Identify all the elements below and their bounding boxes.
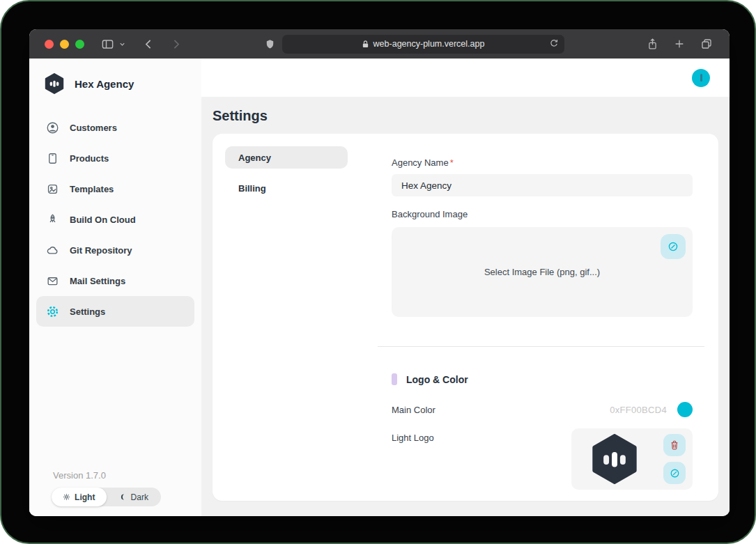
trash-icon xyxy=(669,440,680,451)
sidebar-item-products[interactable]: Products xyxy=(36,143,194,173)
sidebar-item-label: Products xyxy=(70,153,109,164)
sidebar-item-mail-settings[interactable]: Mail Settings xyxy=(36,265,194,296)
avatar-glyph xyxy=(700,74,702,81)
browser-titlebar: web-agency-plum.vercel.app xyxy=(29,29,730,59)
page-title: Settings xyxy=(213,108,718,124)
user-avatar[interactable] xyxy=(692,69,710,87)
zoom-window-button[interactable] xyxy=(75,40,84,49)
section-divider xyxy=(378,346,704,347)
light-logo-edit-button[interactable] xyxy=(663,462,686,484)
brand-name: Hex Agency xyxy=(75,78,134,90)
sidebar-item-build-on-cloud[interactable]: Build On Cloud xyxy=(36,204,194,235)
main-color-row: Main Color 0xFF00BCD4 xyxy=(392,402,693,417)
sun-icon xyxy=(63,493,70,501)
required-asterisk: * xyxy=(450,157,454,168)
device-icon xyxy=(46,152,59,165)
app-version: Version 1.7.0 xyxy=(53,470,201,481)
light-logo-image xyxy=(589,434,640,484)
logo-color-section-header: Logo & Color xyxy=(392,373,693,385)
sidebar-item-label: Settings xyxy=(70,306,105,317)
upload-hint: Select Image File (png, gif...) xyxy=(484,267,600,277)
chevron-down-icon[interactable] xyxy=(118,40,126,48)
cloud-icon xyxy=(46,244,59,257)
edit-icon xyxy=(667,240,679,253)
light-logo-delete-button[interactable] xyxy=(663,434,686,456)
share-icon[interactable] xyxy=(647,38,658,51)
main-color-label: Main Color xyxy=(392,405,435,415)
privacy-shield-icon[interactable] xyxy=(265,38,275,50)
theme-light-label: Light xyxy=(75,492,95,502)
person-icon xyxy=(46,121,59,134)
lock-icon xyxy=(362,40,369,49)
sidebar-item-label: Git Repository xyxy=(70,245,132,256)
moon-icon xyxy=(119,493,127,501)
sidebar-toggle-icon[interactable] xyxy=(101,38,114,51)
sidebar-item-label: Customers xyxy=(70,123,117,133)
sidebar-item-git-repository[interactable]: Git Repository xyxy=(36,235,194,265)
light-logo-row: Light Logo xyxy=(392,428,693,490)
main-color-value: 0xFF00BCD4 xyxy=(610,405,667,415)
agency-form: Agency Name* Background Image Select Ima… xyxy=(392,146,693,488)
address-bar[interactable]: web-agency-plum.vercel.app xyxy=(282,35,564,54)
edit-icon xyxy=(669,467,681,479)
app-header xyxy=(201,59,730,97)
background-image-edit-button[interactable] xyxy=(661,234,686,259)
brand: Hex Agency xyxy=(29,59,201,94)
reload-icon[interactable] xyxy=(549,38,559,48)
app-sidebar: Hex Agency Customers Products xyxy=(29,59,201,516)
background-image-label: Background Image xyxy=(392,209,693,219)
sidebar-nav: Customers Products Templates xyxy=(36,112,194,327)
tab-billing[interactable]: Billing xyxy=(225,177,348,199)
settings-card: Agency Billing Agency Name* Background I… xyxy=(213,134,718,501)
sidebar-item-label: Mail Settings xyxy=(70,276,125,286)
device-frame: web-agency-plum.vercel.app xyxy=(0,0,756,544)
main-color-swatch[interactable] xyxy=(677,402,693,417)
minimize-window-button[interactable] xyxy=(60,40,69,49)
back-button-icon[interactable] xyxy=(143,38,155,50)
image-icon xyxy=(46,182,59,196)
sidebar-item-label: Templates xyxy=(70,184,114,194)
tab-agency[interactable]: Agency xyxy=(225,146,348,169)
sidebar-item-customers[interactable]: Customers xyxy=(36,112,194,143)
rocket-icon xyxy=(46,213,59,226)
sidebar-item-settings[interactable]: Settings xyxy=(36,296,194,327)
agency-name-input[interactable] xyxy=(392,174,693,196)
theme-dark-option[interactable]: Dark xyxy=(107,488,162,506)
theme-toggle: Light Dark xyxy=(52,488,161,506)
url-text: web-agency-plum.vercel.app xyxy=(373,39,485,49)
section-accent-bar xyxy=(392,373,397,385)
theme-light-option[interactable]: Light xyxy=(52,488,107,506)
new-tab-icon[interactable] xyxy=(674,38,685,49)
light-logo-preview xyxy=(571,428,693,490)
browser-window: web-agency-plum.vercel.app xyxy=(29,29,730,516)
sidebar-item-templates[interactable]: Templates xyxy=(36,173,194,204)
close-window-button[interactable] xyxy=(45,40,54,49)
mail-icon xyxy=(46,274,59,288)
forward-button-icon xyxy=(170,38,182,50)
sidebar-item-label: Build On Cloud xyxy=(70,215,136,225)
light-logo-label: Light Logo xyxy=(392,433,434,443)
hex-agency-logo-icon xyxy=(44,73,65,94)
agency-name-label: Agency Name* xyxy=(392,157,693,168)
background-image-upload-area[interactable]: Select Image File (png, gif...) xyxy=(392,227,693,317)
theme-dark-label: Dark xyxy=(131,492,148,502)
main-content: Settings Agency Billing Agency Name* Bac… xyxy=(201,97,730,516)
gear-icon xyxy=(46,305,59,318)
settings-tabs: Agency Billing xyxy=(225,146,348,488)
section-title: Logo & Color xyxy=(406,374,468,385)
tab-overview-icon[interactable] xyxy=(700,38,713,50)
traffic-lights xyxy=(45,40,84,49)
